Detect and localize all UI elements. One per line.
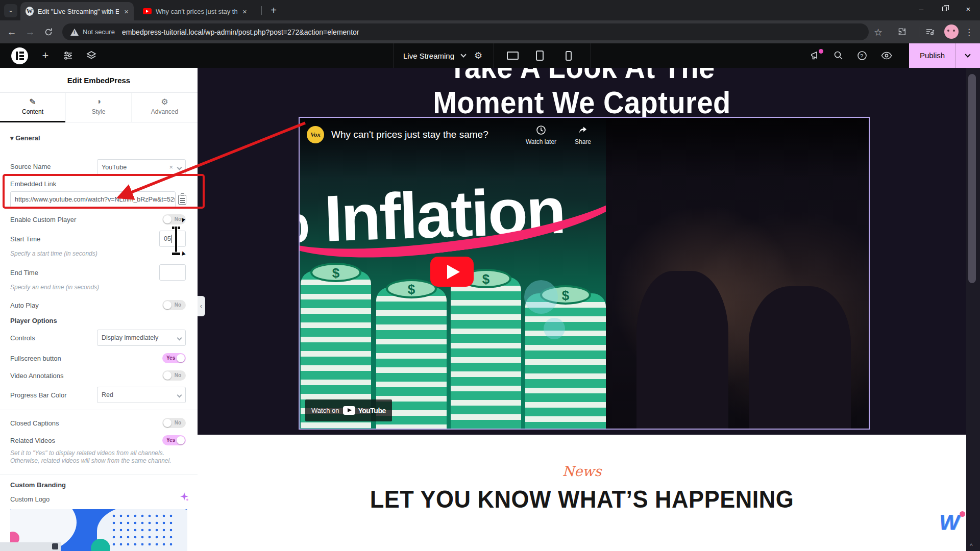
canvas-scrollbar-thumb[interactable]	[968, 74, 976, 283]
tab-search-caret-icon: ⌄	[8, 7, 13, 14]
minimize-icon: –	[919, 5, 923, 13]
custom-logo-label: Custom Logo	[10, 495, 50, 503]
window-minimize-button[interactable]: –	[910, 0, 933, 18]
bar-divider	[591, 43, 591, 68]
related-videos-toggle[interactable]: Yes	[162, 435, 186, 445]
mobile-icon	[566, 51, 572, 61]
tab-title: Edit "Live Streaming" with Elem	[38, 8, 119, 15]
bubble-decoration	[524, 280, 558, 314]
elementor-logo[interactable]	[11, 47, 28, 64]
hero-heading-line1: Take A Look At The	[198, 68, 966, 85]
document-switcher[interactable]: Live Streaming	[403, 43, 465, 68]
hero-heading-line2: Moment We Captured	[198, 85, 966, 120]
channel-avatar[interactable]: Vox	[307, 126, 324, 143]
structure-navigator-button[interactable]	[84, 43, 99, 68]
editor-canvas[interactable]: Take A Look At The Moment We Captured % …	[198, 68, 966, 551]
preview-button[interactable]	[879, 43, 894, 68]
panel-title: Edit EmbedPress	[0, 68, 198, 93]
taskbar-app-icon[interactable]	[52, 543, 58, 549]
window-close-button[interactable]: ×	[957, 0, 980, 18]
share-icon	[560, 125, 606, 136]
device-tablet-button[interactable]	[536, 51, 544, 61]
youtube-play-button[interactable]	[430, 257, 474, 287]
youtube-wordmark: YouTube	[358, 407, 385, 415]
video-annotations-label: Video Annotations	[10, 372, 64, 380]
section-general[interactable]: ▾ General	[10, 134, 40, 142]
news-section: News LET YOU KNOW WHAT’S HAPPENING	[198, 435, 966, 551]
window-restore-button[interactable]	[933, 0, 957, 18]
whats-new-button[interactable]	[807, 43, 823, 68]
pencil-icon: ✎	[0, 97, 65, 107]
ai-sparkle-icon[interactable]	[180, 492, 189, 502]
device-mobile-button[interactable]	[566, 51, 572, 61]
share-button[interactable]: Share	[560, 125, 606, 145]
profile-avatar[interactable]	[944, 24, 959, 39]
tab-search-button[interactable]: ⌄	[4, 4, 17, 17]
tab-style[interactable]: ◑ Style	[66, 93, 132, 122]
gear-icon: ⚙	[474, 51, 482, 61]
browser-tab-youtube[interactable]: Why can't prices just stay the sa ×	[138, 2, 258, 20]
chevron-down-icon	[177, 165, 182, 170]
auto-play-label: Auto Play	[10, 302, 39, 309]
watermark-dot	[960, 511, 965, 517]
closed-captions-toggle[interactable]: No	[162, 418, 186, 428]
extensions-button[interactable]	[897, 24, 908, 40]
scrollbar-down-arrow[interactable]: ^	[970, 542, 973, 549]
media-controls-button[interactable]	[925, 24, 935, 40]
progress-bar-color-select[interactable]: Red	[97, 387, 186, 403]
tab-content-label: Content	[0, 108, 65, 115]
watch-later-label: Watch later	[518, 138, 564, 145]
coin-dollar: $	[310, 263, 361, 282]
video-annotations-toggle[interactable]: No	[162, 370, 186, 381]
url-bar[interactable]: Not secure embedpress-tuitorial.local/wp…	[62, 23, 869, 40]
divider	[0, 410, 198, 410]
fullscreen-button-label: Fullscreen button	[10, 355, 61, 362]
plus-icon: +	[271, 5, 277, 16]
back-button[interactable]: ←	[4, 24, 19, 40]
reload-button[interactable]	[41, 24, 56, 40]
tablet-icon	[536, 51, 544, 61]
close-icon[interactable]: ×	[242, 7, 247, 16]
panel-collapse-handle[interactable]: ‹	[198, 296, 205, 316]
watch-on-youtube-button[interactable]: Watch on YouTube	[305, 399, 392, 421]
embedpress-video-widget[interactable]: % Inflation $ $ $ $	[299, 117, 870, 430]
canvas-scrollbar[interactable]: ^	[966, 68, 980, 551]
new-tab-button[interactable]: +	[266, 3, 281, 17]
device-desktop-button[interactable]	[507, 52, 519, 60]
end-time-input[interactable]	[159, 264, 186, 281]
help-button[interactable]: ?	[854, 43, 870, 68]
forward-button[interactable]: →	[22, 24, 38, 40]
youtube-player[interactable]: % Inflation $ $ $ $	[300, 118, 869, 429]
site-settings-button[interactable]	[60, 43, 76, 68]
style-icon: ◑	[66, 97, 131, 107]
browser-menu-button[interactable]: ⋮	[965, 24, 973, 40]
watermark-w-logo: W	[939, 510, 960, 534]
coin-stack: $	[525, 293, 606, 429]
bookmark-button[interactable]: ☆	[874, 24, 883, 40]
chevron-down-icon	[177, 393, 182, 398]
publish-options-button[interactable]	[955, 43, 980, 68]
page-settings-gear-button[interactable]: ⚙	[471, 43, 486, 68]
publish-button[interactable]: Publish	[909, 43, 955, 68]
finder-search-button[interactable]	[831, 43, 846, 68]
tab-content[interactable]: ✎ Content	[0, 93, 66, 122]
video-title-link[interactable]: Why can't prices just stay the same?	[331, 129, 488, 140]
tab-advanced[interactable]: ⚙ Advanced	[132, 93, 198, 122]
security-label: Not secure	[83, 28, 115, 36]
clear-icon[interactable]: ×	[169, 163, 173, 171]
restore-icon	[942, 7, 947, 11]
start-time-hint: Specify a start time (in seconds)	[10, 250, 97, 257]
browser-tab-active[interactable]: W Edit "Live Streaming" with Elem ×	[20, 2, 134, 20]
gear-icon: ⚙	[132, 97, 198, 107]
fullscreen-button-toggle[interactable]: Yes	[162, 353, 186, 363]
auto-play-toggle[interactable]: No	[162, 300, 186, 310]
add-element-button[interactable]: +	[38, 43, 53, 68]
controls-select[interactable]: Display immediately	[97, 330, 186, 346]
end-time-hint: Specify an end time (in seconds)	[10, 284, 99, 291]
watch-later-button[interactable]: Watch later	[518, 125, 564, 145]
source-name-select[interactable]: YouTube ×	[97, 159, 186, 175]
close-icon[interactable]: ×	[124, 7, 129, 16]
taskbar-sliver[interactable]	[0, 542, 61, 551]
photo-figure	[636, 271, 728, 429]
tab-divider	[261, 6, 262, 15]
